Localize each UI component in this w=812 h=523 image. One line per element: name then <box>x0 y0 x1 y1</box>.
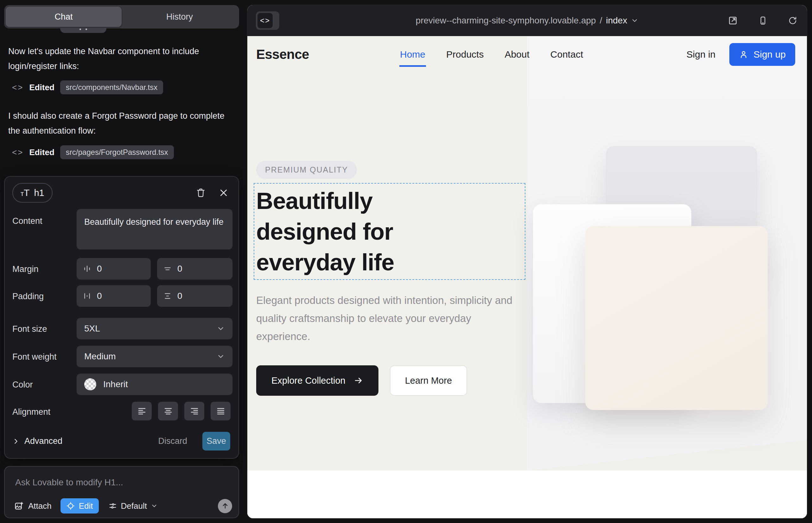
chevron-right-icon <box>12 438 19 445</box>
discard-button[interactable]: Discard <box>158 436 187 446</box>
margin-vertical-icon <box>163 265 172 273</box>
margin-y-input[interactable]: 0 <box>157 258 232 279</box>
font-weight-label: Font weight <box>12 352 57 362</box>
open-external-button[interactable] <box>728 16 738 26</box>
padding-horizontal-icon <box>83 292 91 300</box>
content-input[interactable]: Beautifully designed for everyday life <box>77 209 232 250</box>
typography-icon: тT <box>21 187 30 198</box>
site-nav-links: Home Products About Contact <box>400 36 583 72</box>
tab-history[interactable]: History <box>122 7 237 27</box>
trash-icon <box>196 187 206 198</box>
align-center-button[interactable] <box>158 402 178 420</box>
sidebar-tabbar: Chat History <box>4 5 239 29</box>
font-size-label: Font size <box>12 324 47 334</box>
arrow-right-icon <box>354 376 363 385</box>
align-right-button[interactable] <box>184 402 204 420</box>
close-editor-button[interactable] <box>216 185 231 200</box>
align-justify-button[interactable] <box>211 402 231 420</box>
align-center-icon <box>163 407 173 416</box>
file-chip[interactable]: src/components/Navbar.tsx <box>60 80 163 94</box>
url-separator: / <box>600 16 602 26</box>
attach-label: Attach <box>28 501 52 511</box>
send-button[interactable] <box>218 499 232 513</box>
code-icon: <> <box>12 147 23 157</box>
editor-header: тT h1 <box>12 183 231 203</box>
edit-mode-button[interactable]: Edit <box>60 498 99 513</box>
scrolled-chip-partial <box>60 28 106 33</box>
signin-link[interactable]: Sign in <box>687 49 716 60</box>
margin-x-input[interactable]: 0 <box>77 258 151 279</box>
alignment-label: Alignment <box>12 407 50 417</box>
chat-sidebar: Chat History Now let's update the Navbar… <box>0 0 243 523</box>
close-icon <box>219 188 228 198</box>
prompt-input[interactable]: Ask Lovable to modify H1... <box>15 477 123 488</box>
element-tag: h1 <box>34 188 44 198</box>
hero-cta-row: Explore Collection Learn More <box>256 365 467 396</box>
diagonal-decor <box>527 440 807 470</box>
content-label: Content <box>12 216 42 226</box>
decor-card-cream <box>585 226 768 410</box>
edited-label: Edited <box>29 83 54 92</box>
edited-file-row[interactable]: <> Edited src/components/Navbar.tsx <box>12 79 163 96</box>
learn-more-button[interactable]: Learn More <box>390 365 467 396</box>
padding-y-input[interactable]: 0 <box>157 285 232 307</box>
signup-button[interactable]: Sign up <box>729 43 795 66</box>
save-button[interactable]: Save <box>202 432 230 451</box>
site-logo[interactable]: Essence <box>256 36 309 72</box>
align-left-button[interactable] <box>132 402 152 420</box>
advanced-label: Advanced <box>24 436 63 446</box>
default-label: Default <box>121 501 147 511</box>
arrow-up-icon <box>222 502 229 510</box>
preview-actions <box>728 5 797 36</box>
target-icon <box>66 502 75 510</box>
color-select[interactable]: Inherit <box>77 374 232 395</box>
hero-paragraph: Elegant products designed with intention… <box>256 291 513 345</box>
external-link-icon <box>728 16 738 26</box>
explore-collection-label: Explore Collection <box>271 376 346 386</box>
advanced-toggle[interactable]: Advanced <box>12 436 63 446</box>
mobile-view-button[interactable] <box>758 16 768 26</box>
site-nav-auth: Sign in Sign up <box>687 36 795 72</box>
hero-heading[interactable]: Beautifully designed for everyday life <box>256 185 459 278</box>
attach-button[interactable]: Attach <box>14 501 52 511</box>
margin-y-value: 0 <box>177 264 182 274</box>
nav-link-contact[interactable]: Contact <box>550 49 583 60</box>
alignment-buttons <box>132 402 231 420</box>
edit-label: Edit <box>79 501 93 511</box>
align-left-icon <box>137 407 147 416</box>
font-weight-value: Medium <box>84 351 116 362</box>
font-size-select[interactable]: 5XL <box>77 318 232 339</box>
prompt-box: Ask Lovable to modify H1... Attach <box>4 466 239 518</box>
nav-link-home[interactable]: Home <box>400 49 425 60</box>
element-editor-panel: тT h1 <box>4 176 239 459</box>
code-icon: <> <box>12 83 23 92</box>
user-icon <box>739 50 748 59</box>
padding-label: Padding <box>12 292 44 301</box>
explore-collection-button[interactable]: Explore Collection <box>256 365 378 396</box>
file-chip[interactable]: src/pages/ForgotPassword.tsx <box>60 145 174 159</box>
next-section-band <box>247 470 807 518</box>
delete-element-button[interactable] <box>194 185 208 200</box>
preview-window: <> preview--charming-site-symphony.lovab… <box>247 5 807 518</box>
font-weight-select[interactable]: Medium <box>77 346 232 367</box>
tab-chat[interactable]: Chat <box>6 7 122 27</box>
active-underline <box>399 65 426 67</box>
padding-vertical-icon <box>163 292 172 300</box>
preview-url-bar[interactable]: preview--charming-site-symphony.lovable.… <box>247 5 807 36</box>
edited-file-row[interactable]: <> Edited src/pages/ForgotPassword.tsx <box>12 144 174 161</box>
selected-element-pill[interactable]: тT h1 <box>12 183 53 203</box>
margin-x-value: 0 <box>97 264 102 274</box>
nav-link-products[interactable]: Products <box>446 49 483 60</box>
chevron-down-icon <box>631 17 638 24</box>
chevron-down-icon <box>217 325 225 333</box>
padding-x-input[interactable]: 0 <box>77 285 151 307</box>
url-page: index <box>606 16 627 26</box>
model-default-button[interactable]: Default <box>108 501 158 511</box>
refresh-button[interactable] <box>788 16 797 26</box>
nav-link-about[interactable]: About <box>505 49 529 60</box>
preview-topbar: <> preview--charming-site-symphony.lovab… <box>247 5 807 36</box>
color-value: Inherit <box>103 379 128 390</box>
url-domain: preview--charming-site-symphony.lovable.… <box>416 16 596 26</box>
hero-badge: PREMIUM QUALITY <box>256 161 357 179</box>
editor-footer: Advanced Discard Save <box>12 432 230 451</box>
